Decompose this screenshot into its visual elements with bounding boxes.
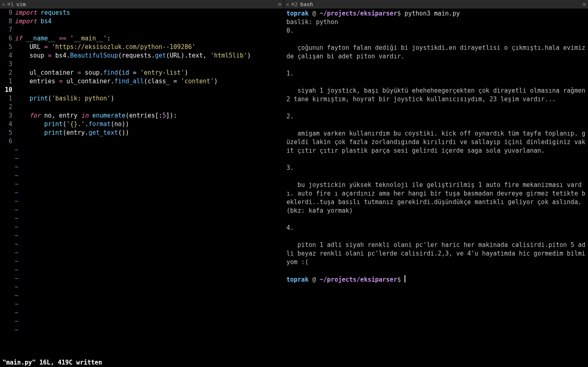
hamburger-icon[interactable]: ≡ xyxy=(583,0,586,9)
tab-index: ⌘1 xyxy=(7,0,14,9)
left-pane: × ⌘1 vim ≡ 98765432110123456 import requ… xyxy=(0,0,284,367)
line-number-gutter: 98765432110123456 xyxy=(0,9,15,358)
right-pane: × ⌘2 bash ≡ toprak @ ~/projects/eksipars… xyxy=(284,0,588,367)
tab-index: ⌘2 xyxy=(291,0,298,9)
tab-title-vim[interactable]: vim xyxy=(16,0,26,9)
close-tab-button[interactable]: × xyxy=(284,0,291,9)
vim-status-line: "main.py" 16L, 419C written xyxy=(0,358,284,367)
hamburger-icon[interactable]: ≡ xyxy=(278,0,281,9)
right-tabbar: × ⌘2 bash ≡ xyxy=(284,0,588,9)
terminal-output[interactable]: toprak @ ~/projects/eksiparser$ python3 … xyxy=(284,9,588,367)
tab-title-bash[interactable]: bash xyxy=(300,0,313,9)
close-tab-button[interactable]: × xyxy=(0,0,7,9)
code-area[interactable]: import requests import bs4 if __name__ =… xyxy=(15,9,284,358)
left-tabbar: × ⌘1 vim ≡ xyxy=(0,0,284,9)
vim-editor[interactable]: 98765432110123456 import requests import… xyxy=(0,9,284,358)
